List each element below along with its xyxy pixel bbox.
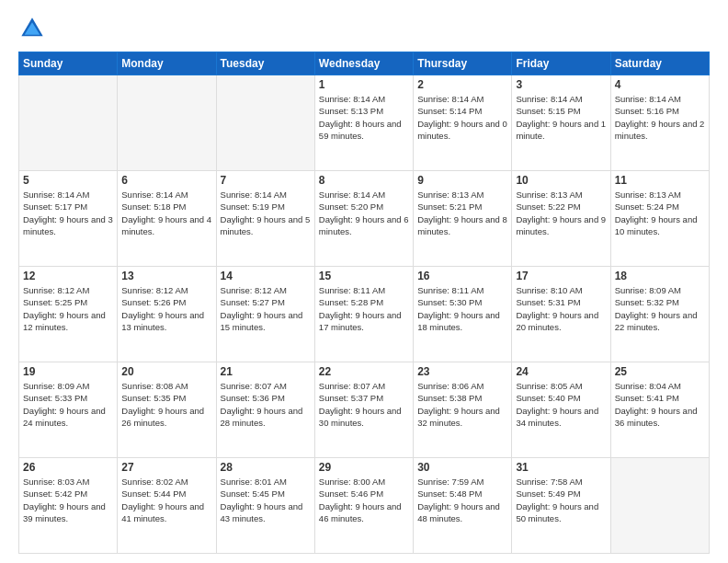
weekday-header-wednesday: Wednesday (314, 52, 413, 75)
weekday-header-thursday: Thursday (414, 52, 512, 75)
day-number: 25 (615, 365, 705, 378)
day-info: Sunrise: 8:06 AM Sunset: 5:38 PM Dayligh… (417, 380, 507, 429)
calendar-cell: 10Sunrise: 8:13 AM Sunset: 5:22 PM Dayli… (512, 171, 610, 267)
day-info: Sunrise: 8:14 AM Sunset: 5:19 PM Dayligh… (221, 189, 311, 237)
day-info: Sunrise: 8:00 AM Sunset: 5:46 PM Dayligh… (319, 476, 409, 524)
day-info: Sunrise: 8:12 AM Sunset: 5:26 PM Dayligh… (121, 284, 211, 333)
day-number: 23 (417, 365, 507, 378)
logo-icon (18, 15, 46, 42)
day-info: Sunrise: 8:13 AM Sunset: 5:21 PM Dayligh… (417, 189, 507, 237)
day-info: Sunrise: 8:12 AM Sunset: 5:27 PM Dayligh… (221, 284, 311, 333)
day-info: Sunrise: 8:14 AM Sunset: 5:18 PM Dayligh… (121, 189, 211, 237)
day-info: Sunrise: 7:59 AM Sunset: 5:48 PM Dayligh… (417, 476, 507, 524)
day-number: 29 (319, 461, 409, 474)
day-number: 24 (516, 365, 606, 378)
calendar-cell: 25Sunrise: 8:04 AM Sunset: 5:41 PM Dayli… (610, 362, 709, 458)
calendar-cell: 13Sunrise: 8:12 AM Sunset: 5:26 PM Dayli… (118, 267, 216, 362)
day-info: Sunrise: 8:13 AM Sunset: 5:24 PM Dayligh… (615, 189, 705, 237)
calendar-cell: 17Sunrise: 8:10 AM Sunset: 5:31 PM Dayli… (512, 267, 610, 362)
day-info: Sunrise: 8:11 AM Sunset: 5:28 PM Dayligh… (319, 284, 409, 333)
day-number: 1 (319, 78, 409, 91)
day-info: Sunrise: 7:58 AM Sunset: 5:49 PM Dayligh… (516, 476, 606, 524)
calendar-cell: 31Sunrise: 7:58 AM Sunset: 5:49 PM Dayli… (512, 458, 610, 554)
calendar-cell (216, 75, 314, 171)
weekday-header-friday: Friday (512, 52, 610, 75)
calendar-cell (19, 75, 118, 171)
day-info: Sunrise: 8:04 AM Sunset: 5:41 PM Dayligh… (615, 380, 705, 429)
calendar-table: SundayMondayTuesdayWednesdayThursdayFrid… (18, 52, 710, 554)
calendar-cell: 2Sunrise: 8:14 AM Sunset: 5:14 PM Daylig… (414, 75, 512, 171)
day-info: Sunrise: 8:12 AM Sunset: 5:25 PM Dayligh… (23, 284, 113, 333)
day-info: Sunrise: 8:03 AM Sunset: 5:42 PM Dayligh… (23, 476, 113, 524)
week-row-5: 26Sunrise: 8:03 AM Sunset: 5:42 PM Dayli… (19, 458, 710, 554)
day-number: 18 (615, 270, 705, 282)
day-info: Sunrise: 8:01 AM Sunset: 5:45 PM Dayligh… (221, 476, 311, 524)
day-info: Sunrise: 8:09 AM Sunset: 5:33 PM Dayligh… (23, 380, 113, 429)
day-number: 26 (23, 461, 113, 474)
day-number: 27 (121, 461, 211, 474)
day-number: 15 (319, 270, 409, 282)
calendar-cell: 3Sunrise: 8:14 AM Sunset: 5:15 PM Daylig… (512, 75, 610, 171)
day-info: Sunrise: 8:14 AM Sunset: 5:15 PM Dayligh… (516, 93, 606, 142)
day-number: 31 (516, 461, 606, 474)
week-row-3: 12Sunrise: 8:12 AM Sunset: 5:25 PM Dayli… (19, 267, 710, 362)
day-info: Sunrise: 8:09 AM Sunset: 5:32 PM Dayligh… (615, 284, 705, 333)
calendar-cell: 6Sunrise: 8:14 AM Sunset: 5:18 PM Daylig… (118, 171, 216, 267)
weekday-header-tuesday: Tuesday (216, 52, 314, 75)
calendar-cell: 16Sunrise: 8:11 AM Sunset: 5:30 PM Dayli… (414, 267, 512, 362)
day-number: 9 (417, 174, 507, 187)
day-info: Sunrise: 8:08 AM Sunset: 5:35 PM Dayligh… (121, 380, 211, 429)
day-number: 8 (319, 174, 409, 187)
calendar-cell (118, 75, 216, 171)
day-info: Sunrise: 8:11 AM Sunset: 5:30 PM Dayligh… (417, 284, 507, 333)
day-info: Sunrise: 8:14 AM Sunset: 5:16 PM Dayligh… (615, 93, 705, 142)
calendar-cell: 19Sunrise: 8:09 AM Sunset: 5:33 PM Dayli… (19, 362, 118, 458)
day-info: Sunrise: 8:14 AM Sunset: 5:17 PM Dayligh… (23, 189, 113, 237)
day-number: 28 (221, 461, 311, 474)
weekday-header-row: SundayMondayTuesdayWednesdayThursdayFrid… (19, 52, 710, 75)
day-number: 13 (121, 270, 211, 282)
calendar-cell: 28Sunrise: 8:01 AM Sunset: 5:45 PM Dayli… (216, 458, 314, 554)
day-number: 10 (516, 174, 606, 187)
weekday-header-monday: Monday (118, 52, 216, 75)
day-number: 16 (417, 270, 507, 282)
weekday-header-sunday: Sunday (19, 52, 118, 75)
day-number: 7 (221, 174, 311, 187)
calendar-cell: 20Sunrise: 8:08 AM Sunset: 5:35 PM Dayli… (118, 362, 216, 458)
calendar-cell: 18Sunrise: 8:09 AM Sunset: 5:32 PM Dayli… (610, 267, 709, 362)
day-info: Sunrise: 8:14 AM Sunset: 5:14 PM Dayligh… (417, 93, 507, 142)
calendar-cell: 5Sunrise: 8:14 AM Sunset: 5:17 PM Daylig… (19, 171, 118, 267)
calendar-cell: 11Sunrise: 8:13 AM Sunset: 5:24 PM Dayli… (610, 171, 709, 267)
calendar-cell: 15Sunrise: 8:11 AM Sunset: 5:28 PM Dayli… (314, 267, 413, 362)
calendar-cell: 24Sunrise: 8:05 AM Sunset: 5:40 PM Dayli… (512, 362, 610, 458)
calendar-cell: 4Sunrise: 8:14 AM Sunset: 5:16 PM Daylig… (610, 75, 709, 171)
calendar-cell: 29Sunrise: 8:00 AM Sunset: 5:46 PM Dayli… (314, 458, 413, 554)
calendar-cell: 7Sunrise: 8:14 AM Sunset: 5:19 PM Daylig… (216, 171, 314, 267)
day-info: Sunrise: 8:07 AM Sunset: 5:36 PM Dayligh… (221, 380, 311, 429)
day-number: 5 (23, 174, 113, 187)
day-number: 14 (221, 270, 311, 282)
day-number: 21 (221, 365, 311, 378)
week-row-2: 5Sunrise: 8:14 AM Sunset: 5:17 PM Daylig… (19, 171, 710, 267)
calendar-cell: 14Sunrise: 8:12 AM Sunset: 5:27 PM Dayli… (216, 267, 314, 362)
day-number: 30 (417, 461, 507, 474)
day-number: 12 (23, 270, 113, 282)
calendar-cell (610, 458, 709, 554)
day-number: 2 (417, 78, 507, 91)
day-number: 22 (319, 365, 409, 378)
day-number: 19 (23, 365, 113, 378)
day-number: 20 (121, 365, 211, 378)
day-info: Sunrise: 8:10 AM Sunset: 5:31 PM Dayligh… (516, 284, 606, 333)
calendar-cell: 23Sunrise: 8:06 AM Sunset: 5:38 PM Dayli… (414, 362, 512, 458)
day-number: 4 (615, 78, 705, 91)
day-info: Sunrise: 8:13 AM Sunset: 5:22 PM Dayligh… (516, 189, 606, 237)
calendar-cell: 12Sunrise: 8:12 AM Sunset: 5:25 PM Dayli… (19, 267, 118, 362)
week-row-4: 19Sunrise: 8:09 AM Sunset: 5:33 PM Dayli… (19, 362, 710, 458)
day-info: Sunrise: 8:07 AM Sunset: 5:37 PM Dayligh… (319, 380, 409, 429)
day-info: Sunrise: 8:05 AM Sunset: 5:40 PM Dayligh… (516, 380, 606, 429)
week-row-1: 1Sunrise: 8:14 AM Sunset: 5:13 PM Daylig… (19, 75, 710, 171)
calendar-cell: 9Sunrise: 8:13 AM Sunset: 5:21 PM Daylig… (414, 171, 512, 267)
day-info: Sunrise: 8:14 AM Sunset: 5:20 PM Dayligh… (319, 189, 409, 237)
calendar-cell: 1Sunrise: 8:14 AM Sunset: 5:13 PM Daylig… (314, 75, 413, 171)
calendar-cell: 22Sunrise: 8:07 AM Sunset: 5:37 PM Dayli… (314, 362, 413, 458)
